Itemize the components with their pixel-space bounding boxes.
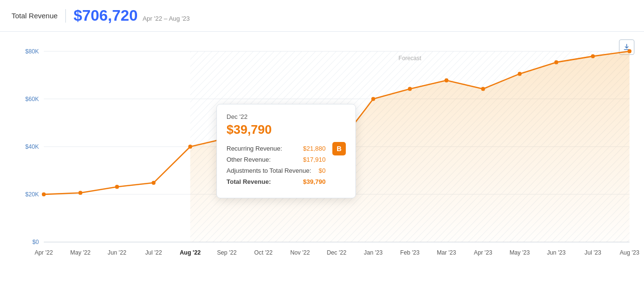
tooltip-label-total: Total Revenue: <box>227 178 271 185</box>
data-point-0[interactable] <box>42 192 46 196</box>
x-label-jul23: Jul '23 <box>584 249 601 256</box>
tooltip-badge: B <box>332 142 346 155</box>
x-label-may22: May '22 <box>70 249 90 256</box>
y-label-20k: $20K <box>25 191 39 198</box>
tooltip-row-other: Other Revenue: $17,910 <box>227 156 326 163</box>
tooltip: Dec '22 $39,790 Recurring Revenue: $21,8… <box>216 104 356 198</box>
y-label-0: $0 <box>32 239 39 245</box>
x-label-mar23: Mar '23 <box>437 249 456 256</box>
x-label-aug23: Aug '23 <box>619 249 639 256</box>
tooltip-val-recurring: $21,880 <box>303 145 326 152</box>
tooltip-label-recurring: Recurring Revenue: <box>227 145 282 152</box>
tooltip-label-adjustments: Adjustments to Total Revenue: <box>227 167 311 174</box>
x-label-jan23: Jan '23 <box>364 249 383 256</box>
tooltip-inner: Recurring Revenue: $21,880 Other Revenue… <box>227 145 346 189</box>
tooltip-val-other: $17,910 <box>303 156 326 163</box>
x-label-may23: May '23 <box>509 249 530 256</box>
tooltip-amount: $39,790 <box>227 122 346 137</box>
tooltip-row-total: Total Revenue: $39,790 <box>227 178 326 185</box>
header-period: Apr '22 – Aug '23 <box>142 15 189 22</box>
x-label-feb23: Feb '23 <box>400 249 419 256</box>
data-point-13[interactable] <box>518 72 521 76</box>
data-point-10[interactable] <box>408 87 412 91</box>
y-label-60k: $60K <box>25 96 39 103</box>
data-point-11[interactable] <box>444 78 448 82</box>
chart-area: Forecast $80K $60K $40K $20K $0 <box>10 46 634 277</box>
header-divider <box>65 9 66 23</box>
x-label-apr22: Apr '22 <box>35 249 53 256</box>
x-label-dec22: Dec '22 <box>327 249 347 256</box>
header-bar: Total Revenue $706,720 Apr '22 – Aug '23 <box>0 0 644 32</box>
x-label-oct22: Oct '22 <box>254 249 273 256</box>
x-label-aug22: Aug '22 <box>180 249 201 256</box>
header-amount: $706,720 <box>74 7 138 25</box>
forecast-label: Forecast <box>398 55 421 62</box>
x-label-nov22: Nov '22 <box>290 249 310 256</box>
chart-container: Forecast $80K $60K $40K $20K $0 <box>0 32 644 308</box>
tooltip-date: Dec '22 <box>227 113 346 120</box>
data-point-9[interactable] <box>371 97 375 101</box>
tooltip-rows: Recurring Revenue: $21,880 Other Revenue… <box>227 145 326 189</box>
x-label-sep22: Sep '22 <box>217 249 237 256</box>
tooltip-label-other: Other Revenue: <box>227 156 271 163</box>
x-label-jul22: Jul '22 <box>145 249 162 256</box>
tooltip-row-adjustments: Adjustments to Total Revenue: $0 <box>227 167 326 174</box>
data-point-3[interactable] <box>152 181 155 185</box>
data-point-4[interactable] <box>188 145 192 149</box>
data-point-1[interactable] <box>78 191 82 195</box>
tooltip-val-adjustments: $0 <box>319 167 326 174</box>
x-label-jun22: Jun '22 <box>108 249 126 256</box>
data-point-15[interactable] <box>591 54 595 58</box>
data-point-12[interactable] <box>481 87 485 91</box>
data-point-14[interactable] <box>555 60 558 64</box>
tooltip-val-total: $39,790 <box>303 178 326 185</box>
x-label-jun23: Jun '23 <box>547 249 566 256</box>
data-point-16[interactable] <box>628 49 631 53</box>
y-label-40k: $40K <box>25 143 39 150</box>
x-label-apr23: Apr '23 <box>474 249 492 256</box>
header-title: Total Revenue <box>12 12 58 20</box>
tooltip-row-recurring: Recurring Revenue: $21,880 <box>227 145 326 152</box>
data-point-2[interactable] <box>115 185 119 189</box>
y-label-80k: $80K <box>25 48 39 54</box>
